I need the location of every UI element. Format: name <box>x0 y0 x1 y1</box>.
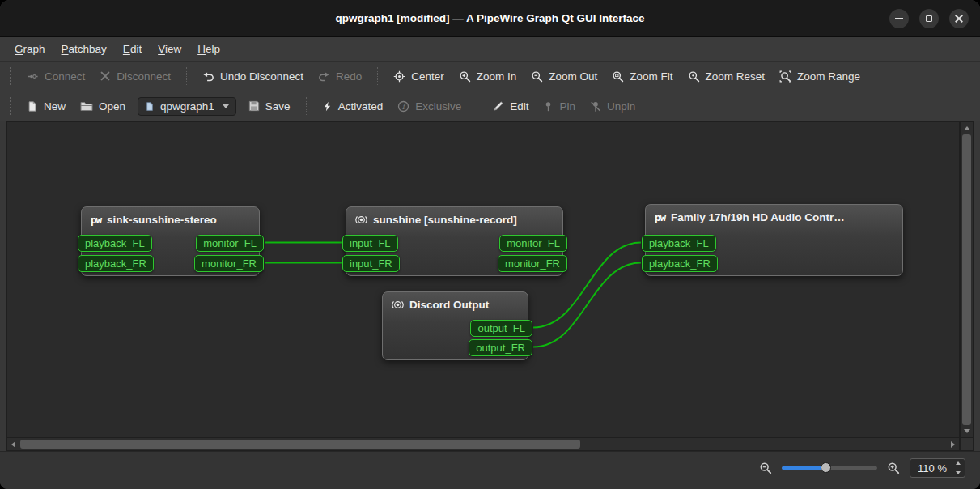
menu-graph[interactable]: Graph <box>6 40 53 58</box>
pin-button[interactable]: Pin <box>536 96 583 117</box>
zoom-in-button[interactable]: Zoom In <box>452 66 524 87</box>
zoom-reset-icon <box>688 70 700 83</box>
maximize-button[interactable] <box>919 9 939 28</box>
pipewire-icon <box>655 211 665 223</box>
scrollbar-corner <box>960 438 974 451</box>
toolbar-separator <box>306 97 307 115</box>
svg-text:f: f <box>402 102 407 110</box>
connections-layer <box>7 122 960 438</box>
scroll-left-arrow-icon[interactable] <box>11 441 15 448</box>
menu-edit[interactable]: Edit <box>115 40 150 58</box>
graph-node-discord-output[interactable]: Discord Output output_FL output_FR <box>382 291 528 360</box>
titlebar[interactable]: qpwgraph1 [modified] — A PipeWire Graph … <box>0 0 980 37</box>
port-playback-fr[interactable]: playback_FR <box>78 255 154 272</box>
port-monitor-fl[interactable]: monitor_FL <box>499 235 567 252</box>
scroll-down-arrow-icon[interactable] <box>964 429 970 433</box>
port-monitor-fr[interactable]: monitor_FR <box>498 255 567 272</box>
edit-toggle[interactable]: Edit <box>486 96 536 117</box>
disconnect-button[interactable]: Disconnect <box>92 66 178 87</box>
graph-node-sink-sunshine-stereo[interactable]: sink-sunshine-stereo playback_FL playbac… <box>81 206 260 276</box>
zoom-range-icon <box>779 70 791 83</box>
zoom-out-icon <box>531 70 543 83</box>
toolbar-drag-handle[interactable] <box>10 67 11 85</box>
port-playback-fr[interactable]: playback_FR <box>642 255 718 272</box>
minimize-button[interactable] <box>889 9 909 28</box>
menu-help[interactable]: Help <box>189 40 228 58</box>
save-patchbay-button[interactable]: Save <box>241 96 298 117</box>
port-output-fl[interactable]: output_FL <box>470 320 532 337</box>
new-patchbay-button[interactable]: New <box>19 96 73 117</box>
menu-patchbay[interactable]: Patchbay <box>53 40 115 58</box>
redo-button[interactable]: Redo <box>311 66 369 87</box>
pencil-icon <box>493 100 504 112</box>
down-arrow-icon <box>956 471 961 474</box>
up-arrow-icon <box>956 461 961 465</box>
zoom-out-button[interactable]: Zoom Out <box>524 66 605 87</box>
minimize-icon <box>895 18 903 19</box>
vertical-scrollbar-thumb[interactable] <box>962 134 971 425</box>
undo-disconnect-button[interactable]: Undo Disconnect <box>195 66 311 87</box>
zoom-range-button[interactable]: Zoom Range <box>772 66 868 87</box>
spin-up-button[interactable] <box>952 459 965 468</box>
zoom-in-icon[interactable] <box>887 461 900 474</box>
graph-toolbar: Connect Disconnect Undo Disconnect Redo … <box>0 62 980 91</box>
window-title: qpwgraph1 [modified] — A PipeWire Graph … <box>335 12 644 24</box>
port-monitor-fl[interactable]: monitor_FL <box>196 235 264 252</box>
port-playback-fl[interactable]: playback_FL <box>78 235 152 252</box>
port-output-fr[interactable]: output_FR <box>469 339 532 356</box>
toolbar-separator <box>186 67 187 85</box>
new-file-icon <box>27 100 38 113</box>
close-icon <box>955 15 963 23</box>
horizontal-scrollbar[interactable] <box>6 438 960 451</box>
node-title: sink-sunshine-stereo <box>107 214 217 226</box>
zoom-out-icon[interactable] <box>759 461 772 474</box>
unpin-icon <box>590 100 601 113</box>
disconnect-icon <box>100 70 111 82</box>
spin-arrows <box>952 459 965 477</box>
maximize-icon <box>926 15 932 22</box>
node-title: Family 17h/19h HD Audio Contr… <box>671 211 845 223</box>
connect-button[interactable]: Connect <box>19 66 92 87</box>
scroll-right-arrow-icon[interactable] <box>951 441 955 448</box>
redo-icon <box>318 70 330 83</box>
graph-node-family-hd-audio[interactable]: Family 17h/19h HD Audio Contr… playback_… <box>645 204 903 276</box>
graph-canvas[interactable]: sink-sunshine-stereo playback_FL playbac… <box>6 121 960 438</box>
unpin-button[interactable]: Unpin <box>583 96 643 117</box>
port-input-fl[interactable]: input_FL <box>342 235 398 252</box>
scroll-up-arrow-icon[interactable] <box>964 126 970 130</box>
vertical-scrollbar[interactable] <box>960 121 974 438</box>
lightning-bolt-icon <box>322 100 333 113</box>
activated-toggle[interactable]: Activated <box>315 96 391 117</box>
exclusive-icon: f <box>397 100 409 113</box>
patchbay-file-combobox[interactable]: qpwgraph1 <box>138 97 236 116</box>
menu-view[interactable]: View <box>150 40 189 58</box>
zoom-slider-handle[interactable] <box>821 462 831 473</box>
zoom-reset-button[interactable]: Zoom Reset <box>681 66 773 87</box>
pin-icon <box>543 100 554 113</box>
zoom-spinbox[interactable]: 110 % <box>910 458 965 478</box>
toolbar-separator <box>477 97 477 115</box>
pipewire-icon <box>91 214 101 226</box>
zoom-slider[interactable] <box>782 461 877 474</box>
spin-down-button[interactable] <box>952 468 965 477</box>
port-monitor-fr[interactable]: monitor_FR <box>194 255 264 272</box>
exclusive-toggle[interactable]: f Exclusive <box>390 96 469 117</box>
patchbay-file-icon <box>145 101 155 112</box>
chevron-down-icon <box>223 104 229 108</box>
close-button[interactable] <box>949 9 969 28</box>
center-button[interactable]: Center <box>386 66 452 87</box>
graph-node-sunshine[interactable]: sunshine [sunshine-record] input_FL inpu… <box>346 206 563 276</box>
port-playback-fl[interactable]: playback_FL <box>642 235 716 252</box>
menubar: Graph Patchbay Edit View Help <box>0 37 980 62</box>
undo-icon <box>202 70 214 83</box>
open-patchbay-button[interactable]: Open <box>73 96 133 117</box>
node-title: Discord Output <box>409 299 489 311</box>
horizontal-scrollbar-thumb[interactable] <box>20 440 580 449</box>
zoom-fit-button[interactable]: Zoom Fit <box>605 66 680 87</box>
window-controls <box>889 0 969 36</box>
graph-area: sink-sunshine-stereo playback_FL playbac… <box>0 121 980 451</box>
port-input-fr[interactable]: input_FR <box>342 255 400 272</box>
connect-icon <box>27 70 39 83</box>
toolbar-separator <box>377 67 378 85</box>
toolbar-drag-handle[interactable] <box>10 97 11 115</box>
